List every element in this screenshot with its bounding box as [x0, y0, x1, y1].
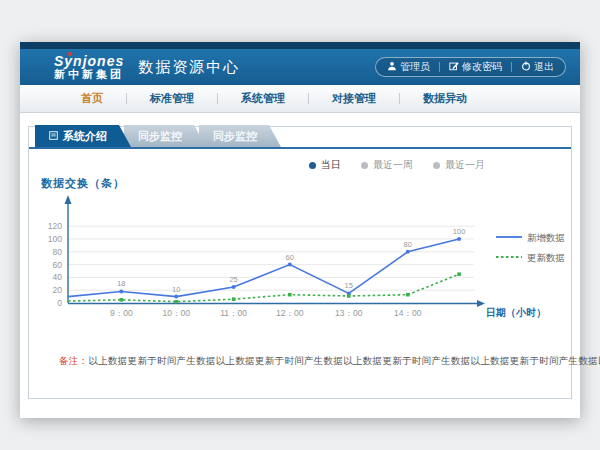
data-label: 100	[453, 227, 466, 236]
radio-last-month[interactable]: 最近一月	[433, 158, 485, 172]
x-axis-title: 日期（小时）	[486, 307, 546, 318]
radio-dot-icon	[361, 162, 368, 169]
y-tick-label: 120	[48, 221, 62, 231]
data-label: 18	[117, 279, 125, 288]
toolbar-divider	[511, 62, 512, 72]
logo: Synjones 新中新集团	[54, 54, 124, 80]
data-label: 10	[172, 285, 180, 294]
tab-label: 同步监控	[213, 129, 257, 144]
tab-label: 系统介绍	[63, 129, 107, 144]
radio-dot-icon	[433, 162, 440, 169]
admin-user-button[interactable]: 管理员	[387, 60, 430, 74]
footnote-prefix: 备注：	[59, 355, 88, 366]
header-top-strip	[20, 42, 580, 49]
footnote-text: 以上数据更新于时间产生数据以上数据更新于时间产生数据以上数据更新于时间产生数据以…	[88, 355, 600, 366]
data-point	[288, 293, 292, 297]
tab-system-intro[interactable]: 系统介绍	[35, 125, 131, 147]
change-password-button[interactable]: 修改密码	[449, 60, 502, 74]
x-axis-arrow-icon	[477, 300, 485, 307]
series-line-1	[68, 239, 459, 297]
logo-text-en: Synjones	[54, 54, 124, 69]
logo-red-dot-icon	[68, 52, 72, 56]
data-label: 15	[345, 281, 353, 290]
user-icon	[387, 61, 397, 73]
x-tick-label: 13：00	[335, 308, 363, 318]
radio-label: 当日	[321, 158, 341, 172]
y-tick-label: 0	[57, 298, 62, 308]
content-panel: 系统介绍 同步监控 同步监控 当日 最近一周 最近一月 数据交换（条）	[28, 126, 572, 399]
tab-label: 同步监控	[138, 129, 182, 144]
data-point	[457, 272, 461, 276]
data-point	[288, 263, 292, 267]
radio-label: 最近一周	[373, 158, 413, 172]
user-toolbar: 管理员 修改密码 退出	[375, 57, 566, 77]
nav-item-data-change[interactable]: 数据异动	[400, 91, 490, 106]
radio-dot-icon	[309, 162, 316, 169]
y-tick-label: 80	[53, 247, 63, 257]
data-point	[457, 237, 461, 241]
tab-sync-monitor-2[interactable]: 同步监控	[199, 125, 281, 147]
radio-today[interactable]: 当日	[309, 158, 341, 172]
data-label: 60	[286, 253, 294, 262]
data-label: 25	[229, 275, 237, 284]
tab-bar: 系统介绍 同步监控 同步监控	[29, 127, 571, 149]
y-tick-label: 100	[48, 234, 62, 244]
range-filter: 当日 最近一周 最近一月	[29, 159, 571, 171]
y-axis-arrow-icon	[65, 195, 72, 204]
edit-icon	[449, 61, 459, 73]
y-axis-title: 数据交换（条）	[41, 176, 571, 191]
logout-label: 退出	[534, 60, 554, 74]
data-point	[120, 298, 124, 302]
data-point	[232, 297, 236, 301]
footnote: 备注：以上数据更新于时间产生数据以上数据更新于时间产生数据以上数据更新于时间产生…	[29, 355, 571, 368]
app-header: Synjones 新中新集团 数据资源中心 管理员 修改密码 退出	[20, 49, 580, 85]
nav-item-interface-mgmt[interactable]: 对接管理	[309, 91, 399, 106]
data-point	[174, 295, 178, 299]
radio-last-week[interactable]: 最近一周	[361, 158, 413, 172]
main-nav: 首页 标准管理 系统管理 对接管理 数据异动	[20, 85, 580, 113]
line-chart: 0204060801001209：0010：0011：0012：0013：001…	[30, 191, 570, 331]
x-tick-label: 9：00	[110, 308, 133, 318]
tab-sync-monitor-1[interactable]: 同步监控	[124, 125, 206, 147]
y-tick-label: 60	[53, 260, 63, 270]
nav-item-standard-mgmt[interactable]: 标准管理	[127, 91, 217, 106]
data-label: 80	[404, 240, 412, 249]
toolbar-divider	[439, 62, 440, 72]
series-line-2	[68, 274, 459, 302]
logo-text-cn: 新中新集团	[54, 69, 124, 81]
data-point	[174, 300, 178, 304]
radio-label: 最近一月	[445, 158, 485, 172]
y-tick-label: 40	[53, 272, 63, 282]
nav-item-home[interactable]: 首页	[58, 91, 126, 106]
legend-label[interactable]: 更新数据	[527, 252, 565, 263]
admin-label: 管理员	[400, 60, 430, 74]
logout-button[interactable]: 退出	[521, 60, 554, 74]
change-password-label: 修改密码	[462, 60, 502, 74]
document-icon	[49, 130, 58, 142]
x-tick-label: 10：00	[163, 308, 191, 318]
data-point	[406, 250, 410, 254]
data-point	[119, 289, 123, 293]
data-point	[347, 294, 351, 298]
page-title: 数据资源中心	[138, 58, 240, 77]
legend-label[interactable]: 新增数据	[527, 232, 565, 243]
x-tick-label: 14：00	[394, 308, 422, 318]
app-window: Synjones 新中新集团 数据资源中心 管理员 修改密码 退出 首页 标准管	[20, 42, 580, 418]
data-point	[232, 285, 236, 289]
power-icon	[521, 61, 531, 73]
nav-item-system-mgmt[interactable]: 系统管理	[218, 91, 308, 106]
data-point	[406, 293, 410, 297]
x-tick-label: 11：00	[220, 308, 247, 318]
x-tick-label: 12：00	[276, 308, 304, 318]
y-tick-label: 20	[53, 285, 63, 295]
